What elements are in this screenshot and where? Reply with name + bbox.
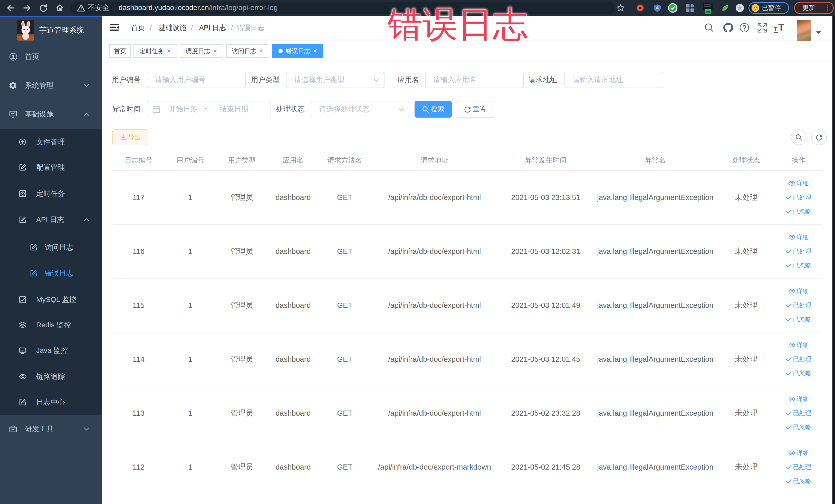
svg-text:on: on <box>706 9 710 13</box>
